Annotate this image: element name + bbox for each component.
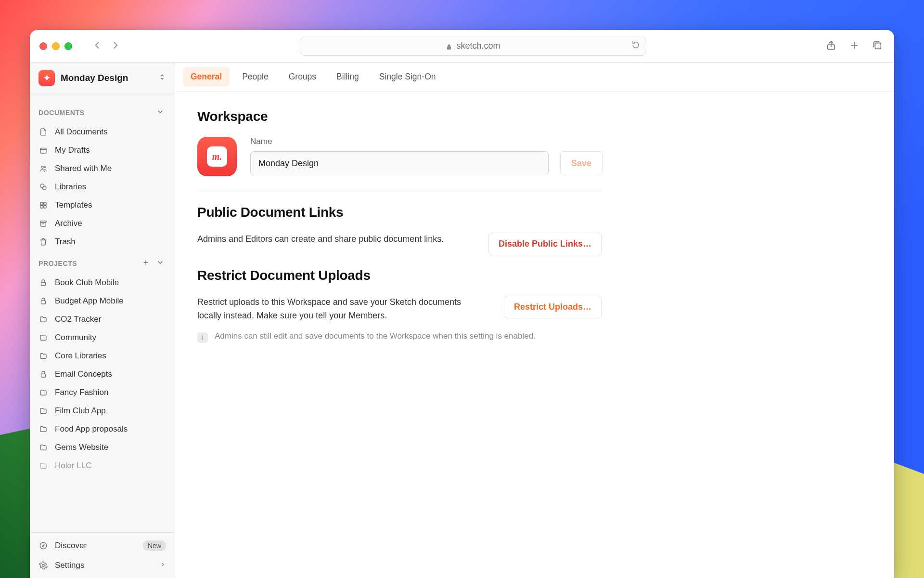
sidebar-project-item[interactable]: Gems Website [30, 438, 175, 457]
browser-window: sketch.com ✦ Monday Design [30, 30, 894, 578]
documents-section-label: DOCUMENTS [38, 109, 152, 117]
save-button[interactable]: Save [560, 151, 603, 175]
restrict-uploads-button[interactable]: Restrict Uploads… [504, 296, 602, 318]
workspace-avatar-initial: m. [207, 146, 227, 167]
sidebar-project-item[interactable]: Film Club App [30, 402, 175, 420]
collapse-documents-button[interactable] [154, 106, 166, 119]
svg-rect-12 [44, 202, 46, 205]
section-divider [197, 191, 602, 191]
projects-section-label: PROJECTS [38, 260, 137, 267]
shared-icon [38, 164, 48, 173]
lock-icon [38, 369, 48, 379]
sidebar-project-item[interactable]: Book Club Mobile [30, 274, 175, 292]
svg-rect-21 [41, 374, 46, 377]
sidebar-item-label: Budget App Mobile [55, 296, 124, 306]
svg-rect-11 [40, 202, 43, 205]
maximize-window-button[interactable] [64, 42, 72, 50]
nav-arrows [92, 40, 120, 52]
tab-billing[interactable]: Billing [329, 67, 367, 87]
sidebar-item-label: My Drafts [55, 145, 90, 155]
add-project-button[interactable] [140, 257, 152, 270]
workspace-heading: Workspace [197, 109, 637, 124]
sidebar-item-label: Archive [55, 219, 82, 228]
sidebar-item-label: Email Concepts [55, 369, 112, 379]
sidebar-project-item[interactable]: Fancy Fashion [30, 383, 175, 402]
back-button[interactable] [92, 40, 102, 52]
tab-general[interactable]: General [183, 67, 230, 87]
lock-icon [446, 43, 452, 50]
tab-groups[interactable]: Groups [281, 67, 324, 87]
toolbar-right [826, 40, 883, 53]
settings-tabs: GeneralPeopleGroupsBillingSingle Sign-On [175, 63, 894, 92]
tabs-overview-button[interactable] [872, 40, 883, 53]
libraries-icon [38, 182, 48, 192]
svg-rect-5 [40, 148, 46, 154]
sidebar-project-item[interactable]: Holor LLC [30, 457, 175, 475]
svg-point-10 [43, 186, 47, 190]
svg-point-24 [42, 565, 45, 567]
workspace-avatar[interactable]: m. [197, 137, 237, 176]
info-icon: i [197, 332, 208, 343]
forward-button[interactable] [111, 40, 120, 52]
sidebar-project-item[interactable]: Budget App Mobile [30, 292, 175, 310]
sidebar-item-discover[interactable]: Discover New [30, 536, 175, 556]
sidebar-item-all-documents[interactable]: All Documents [30, 123, 175, 141]
new-badge: New [143, 540, 166, 551]
restrict-uploads-heading: Restrict Document Uploads [197, 268, 637, 283]
folder-icon [38, 388, 48, 397]
sidebar-project-item[interactable]: Email Concepts [30, 365, 175, 383]
workspace-name: Monday Design [61, 73, 151, 83]
sidebar-item-label: Trash [55, 237, 76, 247]
drafts-icon [38, 145, 48, 155]
address-bar-host: sketch.com [456, 41, 500, 51]
svg-point-8 [44, 166, 46, 168]
sidebar-item-my-drafts[interactable]: My Drafts [30, 141, 175, 159]
projects-section-header: PROJECTS [30, 251, 175, 274]
disable-public-links-button[interactable]: Disable Public Links… [488, 233, 602, 255]
sidebar-item-label: CO2 Tracker [55, 315, 101, 324]
sidebar-footer: Discover New Settings [30, 532, 175, 578]
sidebar-project-item[interactable]: Food App proposals [30, 420, 175, 438]
sidebar-item-trash[interactable]: Trash [30, 233, 175, 251]
sidebar-item-label: Community [55, 333, 96, 342]
collapse-projects-button[interactable] [154, 257, 166, 270]
folder-icon [38, 406, 48, 416]
tab-single-sign-on[interactable]: Single Sign-On [372, 67, 444, 87]
sidebar-item-label: Libraries [55, 182, 86, 192]
sidebar-item-label: Shared with Me [55, 164, 112, 173]
lock-icon [38, 296, 48, 306]
sidebar-item-label: All Documents [55, 127, 108, 137]
sidebar-item-libraries[interactable]: Libraries [30, 178, 175, 196]
public-links-heading: Public Document Links [197, 205, 637, 220]
workspace-name-input[interactable] [250, 151, 549, 175]
reload-button[interactable] [631, 40, 640, 52]
sidebar-item-shared-with-me[interactable]: Shared with Me [30, 159, 175, 178]
share-button[interactable] [826, 40, 836, 53]
folder-icon [38, 461, 48, 471]
svg-marker-23 [42, 545, 45, 547]
sidebar-item-label: Templates [55, 200, 92, 210]
new-tab-button[interactable] [849, 40, 860, 53]
chevron-right-icon [159, 561, 166, 570]
sidebar-item-label: Fancy Fashion [55, 388, 109, 397]
sidebar-item-archive[interactable]: Archive [30, 214, 175, 233]
gear-icon [38, 561, 48, 570]
sidebar-item-settings[interactable]: Settings [30, 556, 175, 575]
sidebar-project-item[interactable]: Community [30, 328, 175, 347]
folder-icon [38, 443, 48, 452]
address-bar[interactable]: sketch.com [300, 37, 646, 56]
folder-icon [38, 315, 48, 324]
sidebar-item-label: Book Club Mobile [55, 278, 119, 288]
workspace-switcher[interactable]: ✦ Monday Design [30, 63, 175, 93]
window-controls [39, 42, 72, 50]
public-links-description: Admins and Editors can create and share … [197, 233, 460, 246]
sidebar-project-item[interactable]: Core Libraries [30, 347, 175, 365]
sidebar-item-templates[interactable]: Templates [30, 196, 175, 214]
lock-icon [38, 278, 48, 288]
minimize-window-button[interactable] [52, 42, 60, 50]
close-window-button[interactable] [39, 42, 47, 50]
documents-section-header: DOCUMENTS [30, 100, 175, 123]
sidebar-project-item[interactable]: CO2 Tracker [30, 310, 175, 328]
tab-people[interactable]: People [234, 67, 276, 87]
name-field-label: Name [250, 137, 637, 146]
